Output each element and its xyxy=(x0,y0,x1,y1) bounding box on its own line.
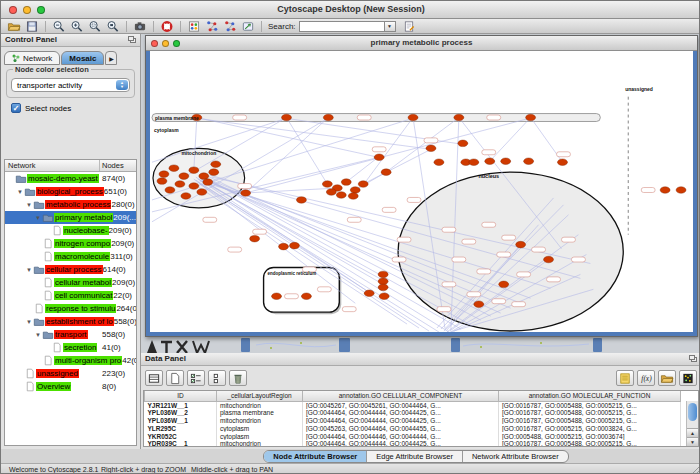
table-cell[interactable]: [GO:0016787, GO:0005488, GO:0005215, G..… xyxy=(499,417,681,425)
network-node[interactable] xyxy=(203,179,213,186)
tree-expand-arrow-icon[interactable]: ▼ xyxy=(34,215,42,221)
network-node[interactable] xyxy=(175,181,185,188)
network-desktop[interactable]: primary metabolic process plasma membran… xyxy=(141,34,700,353)
network-node[interactable] xyxy=(326,189,336,196)
network-node[interactable] xyxy=(474,301,484,308)
table-scrollbar[interactable]: ▲ ▼ xyxy=(686,401,698,446)
network-node[interactable] xyxy=(454,114,464,121)
network-node[interactable] xyxy=(381,169,391,176)
network-node[interactable] xyxy=(197,189,207,196)
table-cell[interactable]: YPL036W__2 xyxy=(145,409,217,417)
network-node[interactable] xyxy=(557,159,567,166)
network-node[interactable] xyxy=(524,158,534,165)
table-cell[interactable]: YJR121W__1 xyxy=(145,401,217,409)
tree-expand-arrow-icon[interactable]: ▼ xyxy=(25,319,33,325)
table-cell[interactable]: [GO:0005488, GO:0005215, GO:0003674] xyxy=(499,432,681,440)
table-row[interactable]: YLR295Ccytoplasm[GO:0045263, GO:0044464,… xyxy=(145,424,681,432)
table-cell[interactable]: YDR039C__1 xyxy=(145,440,217,447)
network-node[interactable] xyxy=(374,154,384,161)
network-tree-header[interactable]: Network Nodes xyxy=(5,160,136,172)
network-node[interactable] xyxy=(336,192,346,199)
save-icon[interactable] xyxy=(24,20,40,33)
network-node[interactable] xyxy=(211,161,221,168)
dp-new-page-icon[interactable] xyxy=(166,370,184,386)
network-node[interactable] xyxy=(296,197,306,204)
table-cell[interactable]: [GO:0044464, GO:0044446, GO:0044444, G..… xyxy=(303,432,499,440)
table-cell[interactable]: [GO:0045263, GO:0044464, GO:0044455, G..… xyxy=(303,424,499,432)
table-row[interactable]: YPL036W__2plasma membrane[GO:0044464, GO… xyxy=(145,409,681,417)
tab-network-attribute-browser[interactable]: Network Attribute Browser xyxy=(463,451,568,462)
tree-row-secretion[interactable]: secretion41(0) xyxy=(5,341,136,354)
table-cell[interactable]: [GO:0016787, GO:0005488, GO:0005215, G..… xyxy=(499,401,681,409)
network-node[interactable] xyxy=(209,169,219,176)
tree-row-cell-communicat[interactable]: cell communicat22(0) xyxy=(5,289,136,302)
tree-row-biological-process[interactable]: ▼biological_process651(0) xyxy=(5,185,136,198)
dp-notepad-icon[interactable] xyxy=(616,370,634,386)
zoom-in-icon[interactable] xyxy=(69,20,85,33)
scroll-up-icon[interactable]: ▲ xyxy=(687,428,698,437)
table-cell[interactable]: [GO:0044464, GO:0044444, GO:0044425, G..… xyxy=(303,409,499,417)
camera-icon[interactable] xyxy=(132,20,148,33)
resize-grip-icon[interactable] xyxy=(691,465,700,474)
tree-expand-arrow-icon[interactable]: ▼ xyxy=(25,267,33,273)
network-node[interactable] xyxy=(301,293,311,300)
table-cell[interactable]: cytoplasm xyxy=(217,432,303,440)
tree-expand-arrow-icon[interactable]: ▼ xyxy=(16,189,24,195)
network-node[interactable] xyxy=(165,187,175,194)
search-dropdown-arrow-icon[interactable]: ▼ xyxy=(385,21,396,32)
network-node[interactable] xyxy=(348,193,358,200)
network-node[interactable] xyxy=(378,284,388,291)
network-node[interactable] xyxy=(434,159,444,166)
tree-row-unassigned[interactable]: unassigned223(0) xyxy=(5,367,136,380)
search-input[interactable] xyxy=(299,21,385,32)
network-node[interactable] xyxy=(408,114,418,121)
node-color-dropdown[interactable]: transporter activity ▲▼ xyxy=(11,78,130,92)
tree-row-transport[interactable]: ▼transport558(0) xyxy=(5,328,136,341)
region-nucleus[interactable] xyxy=(398,172,623,331)
tab-overflow-arrow-icon[interactable]: ▶ xyxy=(105,51,117,65)
tab-mosaic[interactable]: Mosaic xyxy=(61,51,104,65)
table-cell[interactable]: [GO:0016787, GO:0005488, GO:0005215, G..… xyxy=(499,440,681,447)
network-node[interactable] xyxy=(241,190,251,197)
tree-expand-arrow-icon[interactable]: ▼ xyxy=(25,202,33,208)
float-panel-icon[interactable] xyxy=(128,36,137,44)
network-view-window[interactable]: primary metabolic process plasma membran… xyxy=(145,35,698,337)
scrollbar-thumb[interactable] xyxy=(688,403,697,421)
table-row[interactable]: YPL036W__1mitochondrion[GO:0044464, GO:0… xyxy=(145,417,681,425)
tree-row-cellular-metabol[interactable]: cellular metabol209(0) xyxy=(5,276,136,289)
network-node[interactable] xyxy=(364,290,374,297)
tree-row-primary-metabol[interactable]: ▼primary metabol209(... xyxy=(5,211,136,224)
table-cell[interactable]: [GO:0044464, GO:0044444, GO:0044425, G..… xyxy=(303,440,499,447)
network-node[interactable] xyxy=(379,293,389,300)
dp-matrix-icon[interactable] xyxy=(679,370,697,386)
table-cell[interactable]: [GO:0045267, GO:0045261, GO:0044464, G..… xyxy=(303,401,499,409)
table-cell[interactable]: cytoplasm xyxy=(217,424,303,432)
tree-row-multi-organism-pro[interactable]: multi-organism pro42(0) xyxy=(5,354,136,367)
network-canvas[interactable]: plasma membranecytoplasmmitochondrionnuc… xyxy=(146,51,697,336)
tree-col-network[interactable]: Network xyxy=(5,160,100,171)
dp-folder-icon[interactable] xyxy=(658,370,676,386)
table-cell[interactable]: YLR295C xyxy=(145,424,217,432)
network-view-titlebar[interactable]: primary metabolic process xyxy=(146,36,697,51)
table-row[interactable]: YJR121W__1mitochondrion[GO:0045267, GO:0… xyxy=(145,401,681,409)
network-node[interactable] xyxy=(378,271,388,278)
tab-node-attribute-browser[interactable]: Node Attribute Browser xyxy=(264,451,367,462)
network-node[interactable] xyxy=(378,278,388,285)
tab-network[interactable]: Network xyxy=(4,51,60,65)
network-node[interactable] xyxy=(282,114,292,121)
network-node[interactable] xyxy=(199,173,209,180)
network-node[interactable] xyxy=(499,281,509,288)
table-cell[interactable]: YKR052C xyxy=(145,432,217,440)
network-node[interactable] xyxy=(358,181,368,188)
dp-checklist-icon[interactable] xyxy=(187,370,205,386)
column-header[interactable]: ID xyxy=(145,391,217,401)
tree-row-mosaic-demo-yeast[interactable]: mosaic-demo-yeast874(0) xyxy=(5,172,136,185)
dp-trash-icon[interactable] xyxy=(229,370,247,386)
zoom-selected-icon[interactable] xyxy=(87,20,103,33)
table-cell[interactable]: [GO:0044464, GO:0044444, GO:0044425, G..… xyxy=(303,417,499,425)
network-node[interactable] xyxy=(469,159,479,166)
dp-pair-icon[interactable] xyxy=(208,370,226,386)
column-header[interactable]: annotation.GO CELLULAR_COMPONENT xyxy=(303,391,499,401)
vizmapper-icon[interactable] xyxy=(186,20,202,33)
scroll-down-icon[interactable]: ▼ xyxy=(687,437,698,446)
